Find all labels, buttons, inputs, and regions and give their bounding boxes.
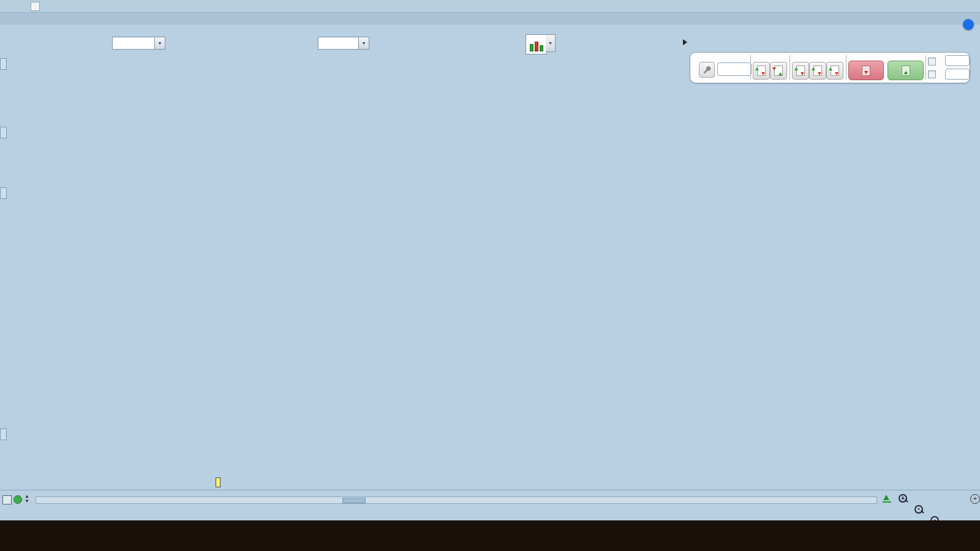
info-badge-icon[interactable] bbox=[31, 2, 40, 11]
refresh-chart-icon[interactable] bbox=[882, 493, 893, 504]
volume-panel-header bbox=[0, 429, 7, 440]
windows-taskbar: e e X O >_ bbox=[0, 520, 980, 551]
chevron-down-icon[interactable]: ▼ bbox=[154, 37, 165, 49]
zoom-text-icon[interactable]: A bbox=[898, 493, 909, 504]
chevron-down-icon[interactable]: ▼ bbox=[358, 37, 369, 49]
account-info-bar bbox=[0, 13, 980, 25]
date-tooltip bbox=[216, 478, 221, 487]
stochastic-panel-header bbox=[0, 127, 7, 138]
chart-canvas[interactable] bbox=[0, 58, 980, 490]
desktop: ▼ ▼ ▼ bbox=[0, 0, 980, 551]
zoom-reset-icon[interactable]: + bbox=[970, 494, 980, 504]
chart-style-button[interactable] bbox=[526, 34, 547, 54]
mini-candle-icon bbox=[530, 44, 533, 51]
window-titlebar bbox=[0, 0, 980, 13]
mini-candle-icon bbox=[540, 45, 543, 51]
scrollbar-thumb[interactable] bbox=[342, 498, 366, 503]
horizontal-scrollbar[interactable] bbox=[36, 497, 877, 504]
calendar-icon[interactable] bbox=[2, 495, 12, 504]
chart-style-dropdown-arrow[interactable]: ▼ bbox=[546, 34, 556, 52]
price-panel-header bbox=[0, 187, 7, 199]
mini-candle-icon bbox=[535, 42, 538, 51]
panel-collapse-arrow-icon[interactable] bbox=[683, 39, 687, 45]
help-button[interactable] bbox=[963, 19, 974, 30]
main-toolbar: ▼ ▼ ▼ bbox=[0, 24, 980, 58]
units-dropdown[interactable]: ▼ bbox=[112, 37, 165, 50]
zoom-in-icon[interactable]: + bbox=[914, 504, 925, 515]
watermark bbox=[1, 418, 3, 425]
scroll-arrows-icon[interactable]: ▲▼ bbox=[24, 494, 29, 504]
timeframe-dropdown[interactable]: ▼ bbox=[318, 37, 369, 50]
bottom-toolbar: ▲▼ A + − + bbox=[0, 490, 980, 521]
status-icon[interactable] bbox=[13, 495, 22, 504]
rsi-panel-header bbox=[0, 58, 7, 70]
